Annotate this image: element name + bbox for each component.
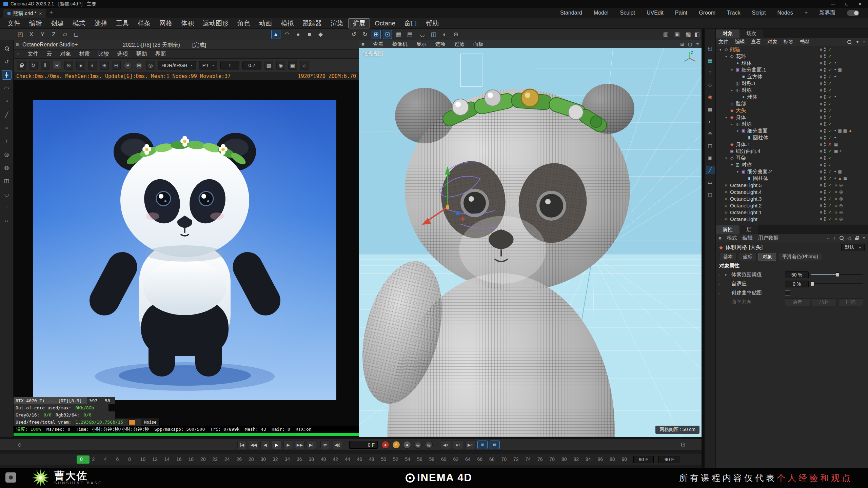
enable-toggle[interactable]: ✓	[827, 81, 832, 86]
main-menu-item[interactable]: 跟踪器	[298, 19, 326, 28]
visibility-toggles[interactable]	[824, 54, 826, 58]
viewport-menu-item[interactable]: 显示	[416, 41, 427, 47]
add-region-button[interactable]: ⊞	[100, 61, 109, 70]
layer-color-dot[interactable]	[820, 211, 822, 214]
enable-toggle[interactable]: ✓	[827, 95, 832, 100]
environment-icon[interactable]: ◐	[88, 61, 97, 70]
enable-toggle[interactable]: ✓	[827, 210, 832, 215]
focus-object-icon[interactable]: ◎	[847, 236, 851, 241]
workplane-toggle[interactable]: ▱	[60, 30, 70, 39]
prev-key-add-button[interactable]: ◀+	[441, 441, 451, 449]
preset-dropdown[interactable]: 默认▾	[841, 244, 865, 251]
layer-color-dot[interactable]	[820, 191, 822, 193]
redo-view-icon[interactable]: ↻	[360, 30, 370, 39]
anim-dot-icon[interactable]: ◦	[719, 282, 723, 286]
enable-toggle[interactable]: ✓	[827, 101, 832, 106]
visibility-toggles[interactable]	[824, 163, 826, 167]
phong-tag-icon[interactable]: ◓	[834, 128, 836, 133]
target-tag-icon[interactable]: ◎	[839, 196, 843, 201]
am-tab[interactable]: 对象	[758, 253, 776, 261]
enable-toggle[interactable]: ✓	[827, 47, 832, 52]
selection-tag-icon[interactable]: ▲	[838, 176, 842, 181]
quantize-frames-toggle[interactable]: ⊠	[490, 441, 500, 449]
enable-toggle[interactable]: ✓	[827, 149, 832, 154]
layer-color-dot[interactable]	[820, 55, 822, 58]
layer-color-dot[interactable]	[820, 69, 822, 71]
layout-menu-icon[interactable]: ◧	[692, 30, 702, 39]
checker-overlay-icon[interactable]: ▩	[264, 61, 273, 70]
voxel-range-slider[interactable]	[811, 271, 863, 278]
phong-tag-icon[interactable]: ◓	[834, 169, 836, 174]
octane-menu-item[interactable]: 云	[46, 50, 52, 58]
tree-row[interactable]: ☼OctaneLight.4✓☼◎	[716, 188, 868, 195]
tree-row[interactable]: ▾▣细分曲面.2✓◓▦	[716, 168, 868, 175]
visibility-toggles[interactable]	[824, 68, 826, 72]
enable-toggle[interactable]: ✓	[827, 189, 832, 195]
am-burger-icon[interactable]: ≡	[718, 235, 722, 241]
phong-tag-icon[interactable]: ◓	[834, 74, 836, 79]
timeline-playhead[interactable]	[77, 455, 90, 464]
octane-menu-item[interactable]: 界面	[155, 50, 166, 58]
new-ui-toggle[interactable]	[847, 10, 859, 16]
snap-toggle[interactable]: ⊞	[372, 30, 381, 39]
clear-region-button[interactable]: ⊟	[112, 61, 121, 70]
mirror-tool-icon[interactable]: ◫	[2, 176, 12, 185]
guides-toggle[interactable]: ▤	[405, 30, 414, 39]
enable-toggle[interactable]: ✓	[827, 67, 832, 73]
texture-tag-icon[interactable]: ▦	[838, 169, 842, 174]
goto-end-button[interactable]: ▶|	[307, 441, 316, 449]
smooth-tool-icon[interactable]: ≈	[2, 123, 12, 133]
enable-toggle[interactable]: ✓	[827, 54, 832, 59]
light-tag-icon[interactable]: ☼	[834, 210, 838, 215]
gamma-field[interactable]: 0.7	[242, 61, 261, 69]
tree-row[interactable]: ☼OctaneLight.3✓☼◎	[716, 195, 868, 202]
layer-color-dot[interactable]	[820, 157, 822, 159]
material-mode-icon[interactable]: ◐	[706, 117, 714, 125]
light-tag-icon[interactable]: ☼	[834, 196, 838, 201]
tree-row[interactable]: ▮圆柱体✓◓▲▦	[716, 175, 868, 182]
am-tab[interactable]: 平滑着色(Phong)	[778, 253, 822, 261]
uv-edit-icon[interactable]: ▩	[706, 105, 714, 113]
axis-y-toggle[interactable]: Y	[38, 30, 47, 39]
sound-toggle[interactable]: ◀))	[333, 441, 342, 449]
texture-tag-icon[interactable]: ▦	[838, 128, 842, 133]
light-tag-icon[interactable]: ☼	[834, 189, 838, 194]
viewport-menu-item[interactable]: 面板	[473, 41, 484, 47]
picture-viewer-button[interactable]: ▣	[672, 30, 682, 39]
octane-menu-burger-icon[interactable]: ≡	[16, 51, 19, 57]
coordinates-icon[interactable]: ◰	[16, 30, 25, 39]
visibility-toggles[interactable]	[824, 81, 826, 85]
render-settings-icon[interactable]: ⊛	[64, 61, 73, 70]
curvature-maps-checkbox[interactable]	[785, 290, 790, 296]
enable-toggle[interactable]: ✓	[827, 128, 832, 134]
magnet-tool-icon[interactable]: ◡	[2, 189, 12, 199]
pick-object-button[interactable]: M	[135, 61, 143, 69]
brush-tool-icon[interactable]: ◔	[2, 97, 12, 106]
viewport-menu-item[interactable]: 选项	[435, 41, 446, 47]
visibility-toggles[interactable]	[824, 169, 826, 174]
tree-row[interactable]: ◆身体.1✗▦	[716, 141, 868, 148]
next-frame-button[interactable]: ▶	[283, 441, 293, 449]
prev-key-button[interactable]: ◀◀	[249, 441, 258, 449]
snapshot-icon[interactable]: ▣	[288, 61, 297, 70]
adaptive-field[interactable]: 0 %	[785, 281, 809, 287]
am-tab[interactable]: 基本	[719, 253, 737, 261]
texture-tag-icon[interactable]: ▦	[838, 67, 842, 72]
visibility-toggles[interactable]	[824, 203, 826, 207]
enable-toggle[interactable]: ✗	[827, 142, 832, 147]
history-up-icon[interactable]: ↑	[834, 236, 836, 241]
pick-material-button[interactable]: P	[124, 61, 132, 69]
tree-row[interactable]: ▾◫对称✓	[716, 87, 868, 94]
paint-mode-icon[interactable]: ◉	[706, 93, 714, 101]
tree-row[interactable]: ▾◇耳朵✓	[716, 155, 868, 161]
visibility-toggles[interactable]	[824, 102, 826, 106]
visibility-toggles[interactable]	[824, 129, 826, 133]
tree-row[interactable]: ☼OctaneLight.2✓☼◎	[716, 202, 868, 209]
main-menu-item[interactable]: 样条	[134, 19, 155, 28]
enable-toggle[interactable]: ✓	[827, 196, 832, 201]
add-key-button[interactable]: ●+	[453, 441, 463, 449]
camera-icon[interactable]: ◉	[276, 61, 285, 70]
record-position-toggle[interactable]: ◎	[414, 441, 422, 449]
enable-toggle[interactable]: ✓	[827, 108, 832, 113]
spline-pen-tool[interactable]: ◠	[282, 30, 292, 39]
